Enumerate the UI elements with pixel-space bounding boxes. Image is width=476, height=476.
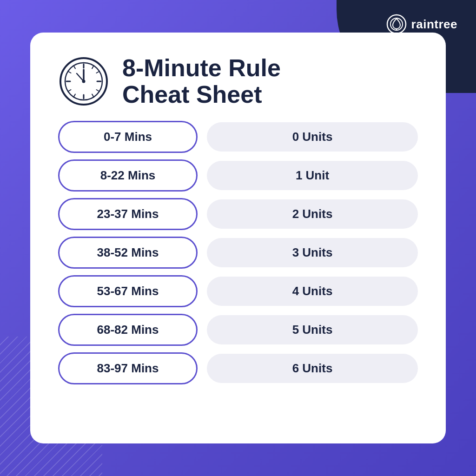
header-title: 8-Minute Rule Cheat Sheet [122, 55, 281, 108]
units-pill: 4 Units [207, 277, 418, 306]
table-row: 23-37 Mins2 Units [58, 198, 418, 230]
mins-pill: 83-97 Mins [58, 352, 198, 384]
main-card: 8-Minute Rule Cheat Sheet 0-7 Mins0 Unit… [30, 33, 446, 443]
svg-line-14 [68, 72, 71, 73]
table-row: 68-82 Mins5 Units [58, 314, 418, 346]
units-pill: 6 Units [207, 354, 418, 383]
card-header: 8-Minute Rule Cheat Sheet [58, 55, 418, 108]
mins-pill: 8-22 Mins [58, 159, 198, 192]
mins-pill: 53-67 Mins [58, 275, 198, 307]
svg-line-13 [74, 66, 76, 69]
units-pill: 0 Units [207, 122, 418, 152]
svg-point-19 [82, 80, 86, 83]
svg-line-16 [74, 94, 76, 97]
units-pill: 1 Unit [207, 161, 418, 190]
svg-line-9 [92, 66, 94, 69]
logo-area: raintree [386, 14, 457, 34]
mins-pill: 38-52 Mins [58, 237, 198, 269]
background: raintree [0, 0, 476, 476]
svg-line-12 [92, 94, 94, 97]
raintree-logo-icon [386, 14, 407, 34]
units-pill: 5 Units [207, 315, 418, 344]
table-row: 38-52 Mins3 Units [58, 237, 418, 269]
clock-icon [58, 56, 109, 107]
svg-line-10 [97, 72, 99, 73]
svg-line-15 [68, 90, 71, 92]
brand-name: raintree [411, 17, 457, 32]
table-rows: 0-7 Mins0 Units8-22 Mins1 Unit23-37 Mins… [58, 121, 418, 421]
table-row: 0-7 Mins0 Units [58, 121, 418, 153]
table-row: 53-67 Mins4 Units [58, 275, 418, 307]
mins-pill: 0-7 Mins [58, 121, 198, 153]
units-pill: 2 Units [207, 199, 418, 229]
svg-line-11 [97, 90, 99, 92]
units-pill: 3 Units [207, 238, 418, 267]
table-row: 83-97 Mins6 Units [58, 352, 418, 384]
table-row: 8-22 Mins1 Unit [58, 159, 418, 192]
mins-pill: 23-37 Mins [58, 198, 198, 230]
mins-pill: 68-82 Mins [58, 314, 198, 346]
